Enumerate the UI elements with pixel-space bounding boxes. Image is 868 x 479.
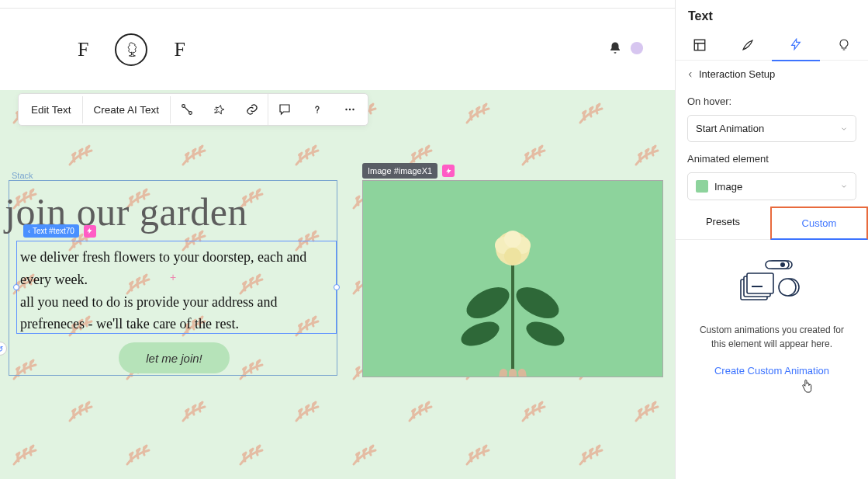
svg-rect-30 xyxy=(766,261,789,269)
edit-text-button[interactable]: Edit Text xyxy=(20,96,83,123)
lightning-chip-icon[interactable] xyxy=(442,165,455,177)
empty-state-illustration xyxy=(676,240,868,323)
flower-illustration xyxy=(427,202,598,377)
plus-indicator-icon: + xyxy=(170,271,176,283)
comment-icon[interactable] xyxy=(268,94,301,125)
panel-tab-row xyxy=(676,30,868,61)
on-hover-label: On hover: xyxy=(687,95,856,107)
animation-icon[interactable] xyxy=(203,94,236,125)
link-icon[interactable] xyxy=(236,94,268,125)
tab-design-icon[interactable] xyxy=(724,29,772,61)
create-link-label: Create Custom Animation xyxy=(714,365,829,377)
svg-point-18 xyxy=(189,112,192,115)
svg-point-28 xyxy=(779,279,796,296)
trigger-value: Start Animation xyxy=(696,123,764,134)
tab-layout-icon[interactable] xyxy=(676,29,724,61)
breadcrumb[interactable]: Interaction Setup xyxy=(676,61,868,88)
canvas-image[interactable] xyxy=(362,180,663,377)
body-paragraph-2[interactable]: all you need to do is provide your addre… xyxy=(20,291,333,336)
svg-point-8 xyxy=(462,281,514,325)
chevron-left-icon xyxy=(686,71,694,78)
resize-handle-left[interactable] xyxy=(13,284,19,290)
editor-top-bar xyxy=(0,0,675,9)
svg-rect-26 xyxy=(752,286,763,287)
text-element-tag[interactable]: ‹Text #text70 xyxy=(23,224,96,238)
chevron-down-icon xyxy=(840,125,848,133)
on-hover-section: On hover: Start Animation xyxy=(676,88,868,145)
join-button-label: let me join! xyxy=(146,352,202,365)
brand-logo: F F xyxy=(78,33,185,66)
site-header: F F xyxy=(0,9,675,90)
brand-letter-right: F xyxy=(174,38,185,61)
lightning-chip-icon[interactable] xyxy=(84,225,96,238)
canvas-area: F F xyxy=(0,0,675,479)
animation-mode-tabs: Presets Custom xyxy=(676,207,868,240)
animated-element-dropdown[interactable]: Image xyxy=(687,172,856,200)
inspector-panel: Text Interaction Setup On hover: Start A… xyxy=(675,0,868,479)
create-custom-animation-link[interactable]: Create Custom Animation xyxy=(676,351,868,381)
tab-interactions-icon[interactable] xyxy=(772,29,820,61)
resize-handle-right[interactable] xyxy=(334,284,340,290)
animated-element-label: Animated element xyxy=(687,153,856,165)
svg-point-20 xyxy=(349,109,351,110)
create-ai-text-button[interactable]: Create AI Text xyxy=(83,96,171,123)
animated-element-value: Image xyxy=(714,181,742,193)
avatar-icon[interactable] xyxy=(630,41,644,58)
svg-point-21 xyxy=(352,109,354,110)
panel-title: Text xyxy=(676,0,868,30)
tab-presets[interactable]: Presets xyxy=(676,207,770,240)
stack-label[interactable]: Stack xyxy=(12,171,33,180)
svg-rect-25 xyxy=(747,273,773,293)
bell-icon[interactable] xyxy=(608,41,622,58)
text-id-label: Text #text70 xyxy=(33,227,74,235)
cursor-hand-icon xyxy=(800,379,814,397)
page-background: Stack join our garden ‹Text #text70 we d… xyxy=(0,90,675,479)
svg-point-9 xyxy=(511,281,564,325)
svg-point-11 xyxy=(523,317,568,351)
svg-point-16 xyxy=(504,231,521,248)
breadcrumb-label: Interaction Setup xyxy=(699,68,775,80)
animated-element-section: Animated element Image xyxy=(676,145,868,203)
image-id-chip[interactable]: Image #imageX1 xyxy=(362,163,437,179)
svg-point-19 xyxy=(345,109,347,110)
more-icon[interactable] xyxy=(334,94,366,125)
text-toolbar: Edit Text Create AI Text xyxy=(18,93,368,126)
svg-point-10 xyxy=(458,317,503,351)
svg-point-15 xyxy=(504,248,521,265)
text-id-chip[interactable]: ‹Text #text70 xyxy=(23,224,79,238)
help-icon[interactable] xyxy=(301,94,334,125)
svg-point-17 xyxy=(182,105,185,108)
svg-rect-22 xyxy=(694,40,705,50)
brand-letter-left: F xyxy=(78,38,88,61)
body-paragraph-1[interactable]: we deliver fresh flowers to your doorste… xyxy=(20,246,333,291)
tab-help-icon[interactable] xyxy=(820,29,868,61)
selected-text-element[interactable]: we deliver fresh flowers to your doorste… xyxy=(16,241,337,334)
image-element-tag[interactable]: Image #imageX1 xyxy=(362,163,455,179)
header-icon-group xyxy=(608,41,644,58)
join-button[interactable]: let me join! xyxy=(119,342,230,373)
brand-flower-icon xyxy=(115,33,147,66)
svg-point-0 xyxy=(631,41,643,54)
trigger-dropdown[interactable]: Start Animation xyxy=(687,115,856,142)
tab-custom[interactable]: Custom xyxy=(770,207,868,240)
svg-point-31 xyxy=(780,262,785,267)
anchor-icon[interactable] xyxy=(171,94,203,125)
chevron-down-icon xyxy=(840,182,848,190)
element-thumb-icon xyxy=(696,180,708,193)
empty-state-text: Custom animations you created for this e… xyxy=(676,323,868,351)
